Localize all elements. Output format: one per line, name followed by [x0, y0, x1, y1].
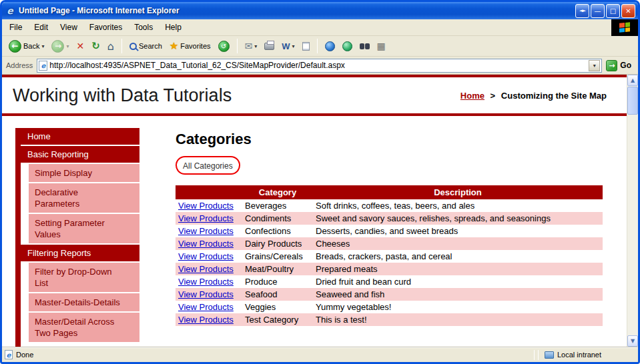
sidebar-item-filtering-reports[interactable]: Filtering Reports	[21, 245, 139, 261]
address-url-input[interactable]	[49, 61, 587, 70]
menu-edit[interactable]: Edit	[28, 20, 54, 35]
breadcrumb-current: Customizing the Site Map	[501, 91, 607, 101]
category-cell: Produce	[242, 275, 313, 288]
sidebar-item-master-details-details[interactable]: Master-Details-Details	[29, 293, 139, 311]
sidebar-item-setting-parameter-values[interactable]: Setting Parameter Values	[29, 214, 139, 243]
sidebar-item-home[interactable]: Home	[21, 128, 139, 145]
go-button[interactable]: → Go	[606, 60, 634, 71]
address-field[interactable]: e ▾	[37, 59, 602, 73]
local-intranet-icon	[545, 351, 554, 359]
refresh-icon: ↻	[91, 40, 100, 52]
category-cell: Confections	[242, 225, 313, 237]
status-separator	[538, 350, 539, 360]
table-row: View Products Produce Dried fruit and be…	[176, 275, 603, 288]
forward-dropdown-icon: ▾	[66, 43, 69, 49]
all-categories-button[interactable]: All Categories	[183, 161, 233, 171]
back-button[interactable]: ← Back ▾	[6, 39, 47, 54]
category-cell: Test Category	[242, 313, 313, 326]
refresh-button[interactable]: ↻	[89, 39, 103, 53]
discuss-button[interactable]	[300, 41, 312, 52]
view-products-link[interactable]: View Products	[178, 302, 234, 312]
page-icon-glyph: e	[41, 62, 45, 69]
description-cell: Cheeses	[313, 237, 603, 250]
printer-icon	[264, 43, 274, 50]
document-icon-glyph: e	[7, 351, 11, 359]
sidebar-item-declarative-parameters[interactable]: Declarative Parameters	[29, 183, 139, 213]
view-products-link[interactable]: View Products	[178, 239, 234, 249]
description-cell: Sweet and savory sauces, relishes, sprea…	[313, 212, 603, 225]
mail-dropdown-icon: ▾	[254, 43, 257, 49]
category-cell: Meat/Poultry	[242, 263, 313, 275]
category-column-header: Category	[242, 185, 313, 199]
category-cell: Grains/Cereals	[242, 250, 313, 263]
zone-label: Local intranet	[557, 351, 601, 359]
close-button[interactable]: ✕	[621, 4, 635, 18]
scroll-up-button[interactable]: ▲	[627, 75, 638, 86]
annotation-highlight: All Categories	[176, 156, 240, 175]
description-cell: Seaweed and fish	[313, 288, 603, 301]
table-row: View Products Confections Desserts, cand…	[176, 225, 603, 237]
categories-table: Category Description View Products Bever…	[176, 185, 603, 326]
title-bar[interactable]: e Untitled Page - Microsoft Internet Exp…	[2, 2, 638, 19]
edit-with-word-button[interactable]: W ▾	[279, 40, 297, 53]
favorites-label: Favorites	[180, 42, 210, 50]
word-icon: W	[282, 41, 290, 51]
view-products-link[interactable]: View Products	[178, 251, 234, 261]
sidebar-item-filter-by-dropdown-list[interactable]: Filter by Drop-Down List	[29, 263, 139, 292]
research-button[interactable]	[357, 42, 372, 51]
window-arrows-button[interactable]: ◄►	[575, 4, 589, 18]
maximize-button[interactable]: □	[606, 4, 620, 18]
menu-help[interactable]: Help	[159, 20, 188, 35]
messenger-button[interactable]	[322, 40, 338, 53]
breadcrumb-home-link[interactable]: Home	[460, 91, 485, 101]
stop-button[interactable]: ✕	[74, 39, 87, 53]
table-row: View Products Meat/Poultry Prepared meat…	[176, 263, 603, 275]
page-icon: e	[39, 61, 47, 71]
table-row: View Products Seafood Seaweed and fish	[176, 288, 603, 301]
description-cell: Soft drinks, coffees, teas, beers, and a…	[313, 199, 603, 212]
scrollbar-thumb[interactable]	[627, 87, 638, 115]
table-row: View Products Condiments Sweet and savor…	[176, 212, 603, 225]
view-products-link[interactable]: View Products	[178, 213, 234, 223]
search-button[interactable]: Search	[127, 41, 165, 51]
home-button[interactable]: ⌂	[105, 39, 117, 54]
window-title: Untitled Page - Microsoft Internet Explo…	[19, 6, 180, 15]
favorites-star-icon: ★	[170, 40, 178, 52]
ie-logo-icon: e	[5, 5, 15, 16]
status-bar: e Done Local intranet	[2, 347, 638, 362]
quick-launch-button[interactable]: ▦	[374, 39, 388, 53]
address-dropdown-button[interactable]: ▾	[589, 60, 600, 71]
view-products-link[interactable]: View Products	[178, 201, 234, 211]
menu-tools[interactable]: Tools	[128, 20, 159, 35]
view-products-link[interactable]: View Products	[178, 315, 234, 325]
research-icon	[360, 43, 364, 49]
view-products-link[interactable]: View Products	[178, 264, 234, 274]
description-cell: Breads, crackers, pasta, and cereal	[313, 250, 603, 263]
globe-icon	[325, 41, 335, 51]
history-button[interactable]: ↺	[216, 39, 232, 53]
menu-favorites[interactable]: Favorites	[83, 20, 128, 35]
sidebar-item-simple-display[interactable]: Simple Display	[29, 164, 139, 182]
favorites-button[interactable]: ★ Favorites	[167, 39, 214, 53]
vertical-scrollbar[interactable]: ▲ ▼	[627, 75, 638, 347]
scroll-down-button[interactable]: ▼	[627, 335, 638, 347]
mail-button[interactable]: ✉ ▾	[242, 39, 260, 53]
print-button[interactable]	[262, 41, 277, 51]
table-row: View Products Test Category This is a te…	[176, 313, 603, 326]
sidebar-item-basic-reporting[interactable]: Basic Reporting	[21, 146, 139, 163]
messenger-icon	[342, 41, 352, 51]
back-label: Back	[23, 42, 39, 50]
media-button[interactable]	[340, 40, 355, 53]
browser-window: e Untitled Page - Microsoft Internet Exp…	[0, 0, 640, 364]
back-dropdown-icon: ▾	[41, 43, 44, 49]
sidebar-item-master-detail-across-two-pages[interactable]: Master/Detail Across Two Pages	[29, 313, 139, 342]
menu-view[interactable]: View	[54, 20, 83, 35]
menu-file[interactable]: File	[3, 20, 28, 35]
minimize-button[interactable]: —	[591, 4, 605, 18]
view-products-link[interactable]: View Products	[178, 289, 234, 299]
address-bar: Address e ▾ → Go	[2, 57, 638, 75]
view-products-link[interactable]: View Products	[178, 226, 234, 236]
grid-icon: ▦	[377, 41, 386, 51]
forward-button[interactable]: → ▾	[49, 39, 71, 54]
view-products-link[interactable]: View Products	[178, 277, 234, 287]
